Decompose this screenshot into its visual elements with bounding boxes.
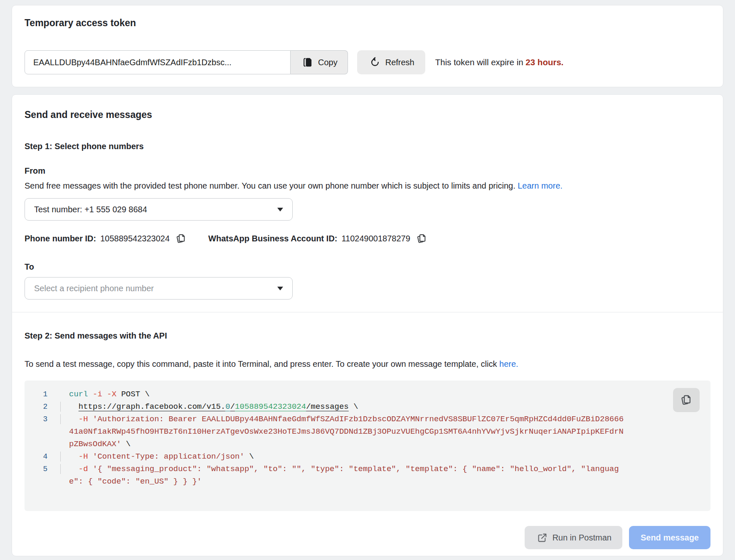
to-dropdown-wrap: Select a recipient phone number	[12, 277, 723, 300]
copy-pages-icon	[418, 235, 425, 243]
to-label: To	[12, 262, 723, 272]
code-segment	[102, 390, 107, 399]
code-segment	[69, 452, 79, 461]
code-segment	[69, 415, 79, 424]
waba-id-value: 110249001878279	[341, 234, 410, 243]
code-segment: 105889542323024	[235, 402, 306, 411]
access-token-value: EAALLDUBpy44BAHNfaeGdmfWfSZAdIFzb1Dzbsc.…	[33, 58, 232, 67]
step1-heading: Step 1: Select phone numbers	[12, 141, 723, 152]
to-number-dropdown[interactable]: Select a recipient phone number	[25, 277, 293, 300]
code-text: -H 'Authorization: Bearer EAALLDUBpy44BA…	[61, 413, 710, 450]
code-segment: https://graph.facebook.com/v15.	[79, 402, 225, 411]
send-receive-card: Send and receive messages Step 1: Select…	[12, 94, 723, 556]
to-number-placeholder: Select a recipient phone number	[34, 284, 154, 293]
refresh-icon	[370, 57, 380, 68]
code-segment: curl	[69, 390, 88, 399]
code-segment: 'Content-Type: application/json'	[88, 452, 244, 461]
copy-code-button[interactable]	[673, 388, 700, 412]
chevron-down-icon	[277, 208, 283, 211]
code-text: curl -i -X POST \	[61, 388, 710, 400]
line-number: 1	[30, 388, 60, 400]
from-label: From	[12, 166, 723, 176]
code-segment	[88, 390, 93, 399]
code-text: -H 'Content-Type: application/json' \	[61, 450, 710, 463]
code-text: -d '{ "messaging_product": "whatsapp", "…	[61, 463, 710, 488]
line-number: 5	[30, 463, 60, 475]
code-segment: '{ "messaging_product": "whatsapp", "to"…	[69, 464, 619, 486]
code-line-4: 4 -H 'Content-Type: application/json' \	[30, 450, 710, 463]
send-message-label: Send message	[641, 533, 699, 543]
token-row: EAALLDUBpy44BAHNfaeGdmfWfSZAdIFzb1Dzbsc.…	[25, 50, 710, 74]
access-token-field[interactable]: EAALLDUBpy44BAHNfaeGdmfWfSZAdIFzb1Dzbsc.…	[25, 50, 291, 74]
code-segment	[69, 402, 79, 411]
learn-more-link[interactable]: Learn more.	[518, 181, 562, 190]
curl-code-block: 1curl -i -X POST \2 https://graph.facebo…	[25, 381, 710, 511]
from-help-prefix: Send free messages with the provided tes…	[25, 181, 518, 190]
code-segment: 'Authorization: Bearer EAALLDUBpy44BAHNf…	[69, 415, 624, 449]
code-line-1: 1curl -i -X POST \	[30, 388, 710, 400]
code-segment: -d	[79, 464, 88, 474]
code-segment: \	[121, 440, 131, 449]
copy-pages-icon	[177, 235, 185, 243]
step2-help-text: To send a test message, copy this comman…	[12, 359, 723, 370]
code-segment: \	[244, 452, 254, 461]
copy-phone-id-button[interactable]	[175, 233, 187, 244]
refresh-token-button[interactable]: Refresh	[357, 50, 425, 74]
code-text: https://graph.facebook.com/v15.0/1058895…	[61, 400, 710, 413]
code-line-2: 2 https://graph.facebook.com/v15.0/10588…	[30, 400, 710, 413]
external-link-icon	[537, 533, 548, 543]
copy-token-button[interactable]: Copy	[291, 50, 348, 74]
here-link[interactable]: here.	[499, 359, 518, 368]
line-number: 4	[30, 450, 60, 463]
step2-heading: Step 2: Send messages with the API	[12, 331, 723, 341]
ids-row: Phone number ID: 105889542323024 WhatsAp…	[12, 233, 723, 244]
expiry-highlight: 23 hours.	[525, 57, 563, 67]
waba-id-label: WhatsApp Business Account ID:	[208, 234, 337, 243]
line-number: 2	[30, 400, 60, 413]
phone-number-id-group: Phone number ID: 105889542323024	[25, 233, 187, 244]
run-in-postman-label: Run in Postman	[552, 533, 612, 543]
footer-actions: Run in Postman Send message	[12, 526, 723, 549]
code-line-3: 3 -H 'Authorization: Bearer EAALLDUBpy44…	[30, 413, 710, 450]
from-number-selected: Test number: +1 555 029 8684	[34, 205, 147, 214]
copy-pages-icon	[680, 394, 693, 406]
step2-help-prefix: To send a test message, copy this comman…	[25, 359, 499, 368]
code-line-5: 5 -d '{ "messaging_product": "whatsapp",…	[30, 463, 710, 488]
code-segment: 0	[225, 402, 230, 411]
code-segment: -H	[79, 452, 88, 461]
copy-button-label: Copy	[318, 58, 338, 67]
code-segment	[69, 464, 79, 474]
from-help-text: Send free messages with the provided tes…	[12, 180, 723, 192]
section-divider	[12, 312, 723, 312]
code-segment: /messages	[306, 402, 349, 411]
token-card-title: Temporary access token	[25, 17, 710, 29]
send-card-title: Send and receive messages	[12, 109, 723, 120]
chevron-down-icon	[277, 287, 283, 290]
run-in-postman-button[interactable]: Run in Postman	[525, 526, 622, 549]
code-segment: /	[230, 402, 235, 411]
refresh-button-label: Refresh	[385, 58, 414, 67]
send-message-button[interactable]: Send message	[629, 526, 710, 549]
phone-number-id-label: Phone number ID:	[25, 234, 96, 243]
code-segment: POST \	[116, 390, 150, 399]
code-segment: -X	[107, 390, 116, 399]
token-expiry-text: This token will expire in 23 hours.	[435, 57, 564, 67]
waba-id-group: WhatsApp Business Account ID: 1102490018…	[208, 233, 427, 244]
from-dropdown-wrap: Test number: +1 555 029 8684	[12, 198, 723, 221]
phone-number-id-value: 105889542323024	[100, 234, 170, 243]
copy-waba-id-button[interactable]	[416, 233, 427, 244]
code-segment: -i	[93, 390, 102, 399]
from-number-dropdown[interactable]: Test number: +1 555 029 8684	[25, 198, 293, 221]
code-segment: -H	[79, 415, 88, 424]
token-card: Temporary access token EAALLDUBpy44BAHNf…	[12, 5, 723, 87]
copy-icon	[302, 57, 313, 68]
code-lines: 1curl -i -X POST \2 https://graph.facebo…	[30, 388, 710, 488]
expiry-prefix: This token will expire in	[435, 57, 526, 67]
line-number: 3	[30, 413, 60, 425]
code-segment: \	[349, 402, 358, 411]
